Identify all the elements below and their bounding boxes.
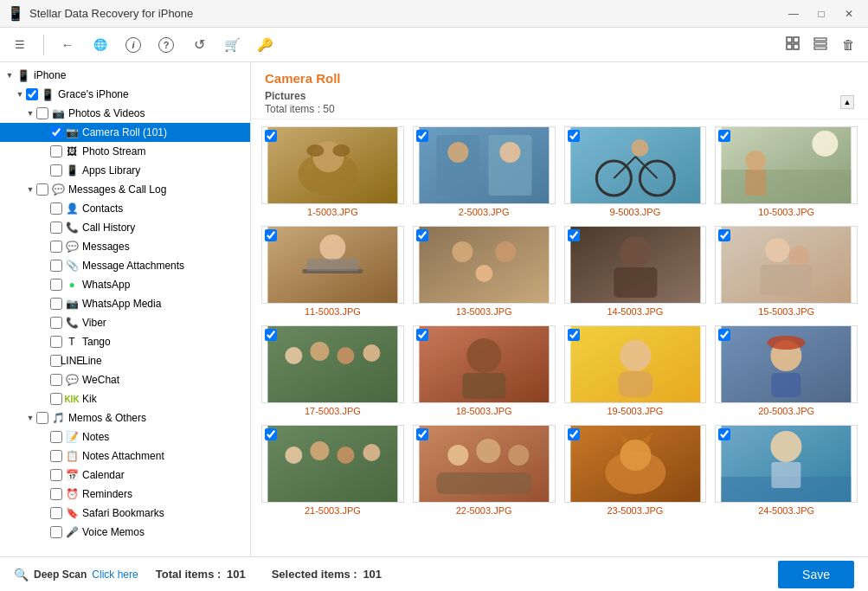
- photo-item-14[interactable]: 14-5003.JPG: [564, 226, 707, 317]
- viber-checkbox[interactable]: [50, 317, 62, 329]
- photo-checkbox-21[interactable]: [265, 428, 277, 440]
- photo-item-20[interactable]: 20-5003.JPG: [715, 325, 858, 416]
- photo-image-1: [261, 126, 404, 204]
- restore-button[interactable]: □: [809, 3, 833, 24]
- sidebar-item-messages-call[interactable]: ▼ 💬 Messages & Call Log: [0, 180, 250, 199]
- sidebar-item-apps-library[interactable]: 📱 Apps Library: [0, 161, 250, 180]
- list-view-button[interactable]: [807, 33, 833, 57]
- photo-item-11[interactable]: 11-5003.JPG: [261, 226, 404, 317]
- refresh-button[interactable]: ↺: [186, 33, 212, 57]
- back-button[interactable]: ←: [55, 33, 80, 57]
- photo-item-22[interactable]: 22-5003.JPG: [413, 425, 556, 516]
- sidebar-item-notes[interactable]: 📝 Notes: [0, 427, 250, 446]
- photos-videos-checkbox[interactable]: [36, 107, 48, 119]
- photo-item-24[interactable]: 24-5003.JPG: [715, 425, 858, 516]
- photo-checkbox-2[interactable]: [416, 130, 428, 142]
- photo-item-13[interactable]: 13-5003.JPG: [413, 226, 556, 317]
- delete-button[interactable]: 🗑: [835, 33, 861, 57]
- photos-grid-wrapper[interactable]: 1-5003.JPG 2-5003.JPG 9-5003.JPG 10-5003…: [251, 119, 868, 556]
- sidebar-item-whatsapp-media[interactable]: 📷 WhatsApp Media: [0, 294, 250, 313]
- photo-checkbox-18[interactable]: [416, 329, 428, 341]
- photo-item-18[interactable]: 18-5003.JPG: [413, 325, 556, 416]
- sidebar-item-call-history[interactable]: 📞 Call History: [0, 218, 250, 237]
- sidebar-item-line[interactable]: LINE Line: [0, 351, 250, 370]
- sidebar-item-photos-videos[interactable]: ▼ 📷 Photos & Videos: [0, 104, 250, 123]
- sidebar-item-wechat[interactable]: 💬 WeChat: [0, 370, 250, 389]
- sidebar-item-whatsapp[interactable]: ● WhatsApp: [0, 275, 250, 294]
- apps-library-checkbox[interactable]: [50, 164, 62, 177]
- click-here-link[interactable]: Click here: [92, 569, 138, 581]
- key-button[interactable]: 🔑: [252, 33, 278, 57]
- voice-memos-checkbox[interactable]: [50, 526, 62, 538]
- photo-checkbox-19[interactable]: [568, 329, 580, 341]
- photo-item-15[interactable]: 15-5003.JPG: [715, 226, 858, 317]
- messages-call-checkbox[interactable]: [36, 183, 48, 196]
- memos-others-checkbox[interactable]: [36, 412, 48, 424]
- sidebar-item-device[interactable]: ▼ 📱 Grace's iPhone: [0, 85, 250, 104]
- sidebar-item-voice-memos[interactable]: 🎤 Voice Memos: [0, 523, 250, 542]
- call-history-checkbox[interactable]: [50, 222, 62, 234]
- photo-item-10[interactable]: 10-5003.JPG: [715, 126, 858, 217]
- globe-button[interactable]: 🌐: [87, 33, 113, 57]
- photo-item-23[interactable]: 23-5003.JPG: [564, 425, 707, 516]
- save-button[interactable]: Save: [778, 561, 854, 588]
- photo-checkbox-14[interactable]: [568, 229, 580, 241]
- device-checkbox[interactable]: [26, 88, 38, 100]
- sidebar-item-calendar[interactable]: 📅 Calendar: [0, 466, 250, 485]
- photo-checkbox-22[interactable]: [416, 428, 428, 440]
- safari-bookmarks-checkbox[interactable]: [50, 507, 62, 519]
- close-button[interactable]: ✕: [837, 3, 861, 24]
- photo-checkbox-13[interactable]: [416, 229, 428, 241]
- sidebar-item-contacts[interactable]: 👤 Contacts: [0, 199, 250, 218]
- photo-item-19[interactable]: 19-5003.JPG: [564, 325, 707, 416]
- camera-roll-checkbox[interactable]: [50, 126, 62, 138]
- sidebar-item-photo-stream[interactable]: 🖼 Photo Stream: [0, 142, 250, 161]
- photo-checkbox-23[interactable]: [568, 428, 580, 440]
- photo-item-2[interactable]: 2-5003.JPG: [413, 126, 556, 217]
- sidebar-item-reminders[interactable]: ⏰ Reminders: [0, 485, 250, 504]
- whatsapp-checkbox[interactable]: [50, 279, 62, 291]
- sidebar-item-memos-others[interactable]: ▼ 🎵 Memos & Others: [0, 408, 250, 427]
- calendar-checkbox[interactable]: [50, 469, 62, 481]
- help-button[interactable]: ?: [153, 33, 179, 57]
- photo-checkbox-20[interactable]: [718, 329, 730, 341]
- photo-label-21: 21-5003.JPG: [305, 505, 361, 516]
- photo-stream-checkbox[interactable]: [50, 145, 62, 157]
- sidebar-item-viber[interactable]: 📞 Viber: [0, 313, 250, 332]
- photo-checkbox-10[interactable]: [718, 130, 730, 142]
- wechat-checkbox[interactable]: [50, 374, 62, 386]
- photo-item-17[interactable]: 17-5003.JPG: [261, 325, 404, 416]
- info-button[interactable]: i: [120, 33, 146, 57]
- whatsapp-media-checkbox[interactable]: [50, 298, 62, 310]
- sidebar-item-camera-roll[interactable]: 📷 Camera Roll (101): [0, 123, 250, 142]
- grid-view-button[interactable]: [780, 33, 806, 57]
- tango-checkbox[interactable]: [50, 336, 62, 348]
- sidebar-item-message-attachments[interactable]: 📎 Message Attachments: [0, 256, 250, 275]
- sidebar-item-notes-attachment[interactable]: 📋 Notes Attachment: [0, 446, 250, 466]
- reminders-checkbox[interactable]: [50, 488, 62, 500]
- messages-checkbox[interactable]: [50, 241, 62, 253]
- message-attachments-checkbox[interactable]: [50, 260, 62, 272]
- contacts-checkbox[interactable]: [50, 202, 62, 215]
- photo-checkbox-11[interactable]: [265, 229, 277, 241]
- sidebar-item-messages[interactable]: 💬 Messages: [0, 237, 250, 256]
- photo-item-21[interactable]: 21-5003.JPG: [261, 425, 404, 516]
- menu-button[interactable]: ☰: [7, 33, 33, 57]
- sidebar-item-tango[interactable]: T Tango: [0, 332, 250, 351]
- photo-item-1[interactable]: 1-5003.JPG: [261, 126, 404, 217]
- photo-checkbox-15[interactable]: [718, 229, 730, 241]
- minimize-button[interactable]: —: [781, 3, 806, 24]
- kik-checkbox[interactable]: [50, 393, 62, 405]
- notes-checkbox[interactable]: [50, 431, 62, 443]
- sidebar-item-safari-bookmarks[interactable]: 🔖 Safari Bookmarks: [0, 504, 250, 523]
- cart-button[interactable]: 🛒: [219, 33, 245, 57]
- sidebar-item-kik[interactable]: KIK Kik: [0, 389, 250, 408]
- scroll-up-button[interactable]: ▲: [840, 95, 854, 109]
- photo-checkbox-1[interactable]: [265, 130, 277, 142]
- photo-checkbox-17[interactable]: [265, 329, 277, 341]
- sidebar-item-iphone[interactable]: ▼ 📱 iPhone: [0, 66, 250, 85]
- notes-attachment-checkbox[interactable]: [50, 450, 62, 462]
- photo-checkbox-24[interactable]: [718, 428, 730, 440]
- photo-item-9[interactable]: 9-5003.JPG: [564, 126, 707, 217]
- photo-checkbox-9[interactable]: [568, 130, 580, 142]
